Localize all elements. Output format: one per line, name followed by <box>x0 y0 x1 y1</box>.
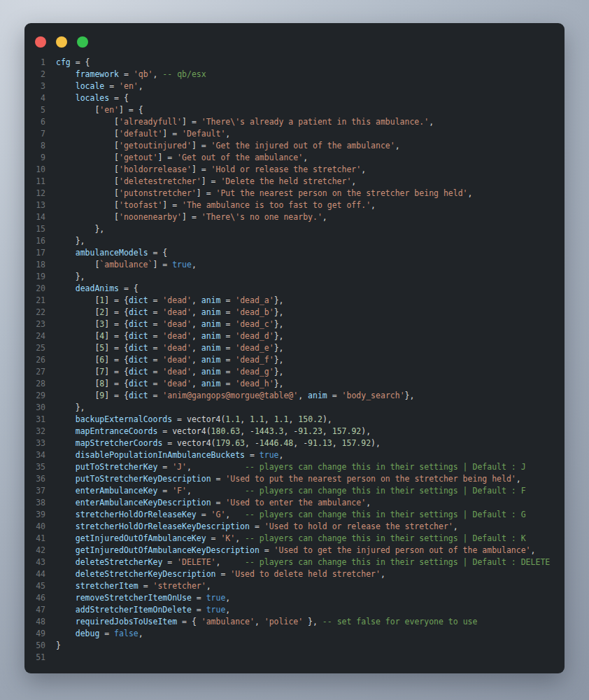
code-line: 20 deadAnims = { <box>24 283 565 295</box>
code-token: locale <box>76 81 105 91</box>
code-token: , <box>225 593 230 603</box>
code-token: 'Default' <box>182 129 225 139</box>
code-token: = <box>220 343 235 353</box>
code-token: [ <box>56 129 119 139</box>
code-token: -- players can change this in their sett… <box>245 557 550 567</box>
code-token: , <box>235 533 245 543</box>
code-token: , <box>153 69 163 79</box>
code-line: 36 putToStretcherKeyDescription = 'Used … <box>24 473 565 485</box>
code-token: 'dead' <box>162 295 192 305</box>
code-token: }, <box>303 617 322 626</box>
code-token: 'dead_g' <box>235 367 274 377</box>
code-token: , <box>264 414 274 424</box>
code-token: ] = <box>157 153 177 162</box>
code-token: , <box>192 260 197 270</box>
code-token <box>56 81 76 91</box>
code-token: ] = <box>152 260 172 270</box>
code-token: 'default' <box>119 129 162 139</box>
code-token: , - <box>283 426 298 436</box>
line-number: 38 <box>24 497 45 509</box>
code-text: [8] = {dict = 'dead', anim = 'dead_h'}, <box>56 379 284 388</box>
code-token: , <box>298 391 308 400</box>
line-number: 37 <box>24 485 45 497</box>
code-token: 'body_search' <box>342 391 405 400</box>
code-token: = <box>211 474 226 484</box>
code-token: ] = <box>192 164 211 174</box>
code-token: dict <box>129 367 148 377</box>
code-token: backupExternalCoords <box>76 414 172 424</box>
code-text: [6] = {dict = 'dead', anim = 'dead_f'}, <box>56 355 284 365</box>
code-token: 'dead_f' <box>235 355 274 365</box>
code-line: 25 [5] = {dict = 'dead', anim = 'dead_e'… <box>24 342 565 354</box>
code-token: putToStretcherKeyDescription <box>76 474 211 484</box>
code-token: }, <box>274 379 284 388</box>
code-token: , <box>192 307 201 317</box>
code-token: dict <box>129 343 148 353</box>
code-text: cfg = { <box>56 57 90 67</box>
code-token: = <box>220 367 235 377</box>
code-token: = <box>220 379 235 388</box>
code-token: dict <box>129 319 148 329</box>
code-token: dict <box>129 331 148 341</box>
code-token: }, <box>56 272 85 281</box>
line-number: 47 <box>24 604 45 616</box>
code-token: 'Get out of the ambulance' <box>177 153 303 162</box>
line-number: 4 <box>24 92 45 104</box>
code-text: stretcherHoldOrReleaseKeyDescription = '… <box>56 522 458 531</box>
line-number: 10 <box>24 164 45 176</box>
code-area[interactable]: 1cfg = {2 framework = 'qb', -- qb/esx3 l… <box>24 48 565 664</box>
code-token: 1.1 <box>250 414 264 424</box>
code-token: , <box>216 557 246 567</box>
code-text: enterAmbulanceKeyDescription = 'Used to … <box>56 498 371 507</box>
code-line: 10 ['holdorrelease'] = 'Hold or release … <box>24 164 565 176</box>
code-token: , <box>139 81 143 91</box>
code-line: 38 enterAmbulanceKeyDescription = 'Used … <box>24 497 565 509</box>
code-token: ] = { <box>104 295 129 305</box>
code-token: = <box>216 569 231 579</box>
code-token: getInjuredOutOfAmbulanceKeyDescription <box>76 545 260 555</box>
line-number: 31 <box>24 414 45 426</box>
code-token: [ <box>56 367 99 377</box>
line-number: 11 <box>24 176 45 188</box>
code-text: ['noonenearby'] = 'There\'s no one nearb… <box>56 212 327 222</box>
code-line: 5 ['en'] = { <box>24 104 565 116</box>
code-line: 32 mapEntranceCoords = vector4(180.63, -… <box>24 426 565 438</box>
code-line: 4 locales = { <box>24 92 565 104</box>
minimize-button-icon[interactable] <box>56 36 67 48</box>
line-number: 24 <box>24 330 45 342</box>
code-token: 'getout' <box>119 153 157 162</box>
code-line: 13 ['toofast'] = 'The ambulance is too f… <box>24 200 565 211</box>
code-token: = <box>245 450 260 460</box>
code-token: anim <box>201 319 221 329</box>
code-line: 50} <box>24 640 565 652</box>
code-token: 'police' <box>264 617 303 626</box>
code-token: -- players can change this in their sett… <box>245 486 526 496</box>
code-token: [ <box>56 212 119 222</box>
line-number: 42 <box>24 545 45 556</box>
code-token: = <box>99 629 114 638</box>
code-token: = <box>157 462 172 472</box>
code-token: 'dead_b' <box>235 307 274 317</box>
zoom-button-icon[interactable] <box>77 36 88 48</box>
code-token: cfg <box>56 57 71 67</box>
code-token: }, <box>274 331 284 341</box>
line-number: 9 <box>24 152 45 164</box>
code-token: 'Used to get the injured person out of t… <box>274 545 531 555</box>
code-token: = <box>192 605 206 615</box>
code-token: 'dead_c' <box>235 319 274 329</box>
code-token: enterAmbulanceKey <box>76 486 158 496</box>
code-text: disablePopulationInAmbulanceBuckets = tr… <box>56 450 283 460</box>
code-token: , <box>303 153 308 162</box>
code-token: , <box>192 355 201 365</box>
line-number: 18 <box>24 259 45 271</box>
code-token: ), <box>371 438 381 448</box>
code-token: [ <box>56 260 99 270</box>
code-line: 31 backupExternalCoords = vector4(1.1, 1… <box>24 414 565 426</box>
line-number: 23 <box>24 318 45 330</box>
close-button-icon[interactable] <box>35 36 46 48</box>
code-token: = vector4( <box>172 414 225 424</box>
code-token <box>56 522 76 531</box>
line-number: 16 <box>24 235 45 247</box>
code-token <box>56 581 76 591</box>
code-line: 43 deleteStretcherKey = 'DELETE', -- pla… <box>24 556 565 568</box>
